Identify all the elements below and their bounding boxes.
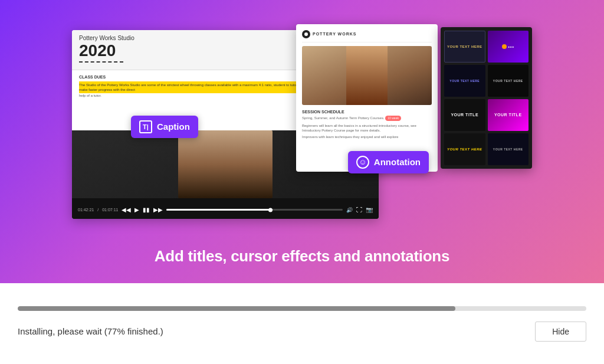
bottom-section: Installing, please wait (77% finished.) …	[0, 283, 604, 364]
schedule-text: Spring, Summer, and Autumn Term Pottery …	[302, 116, 432, 121]
template-item-5: YOUR TITLE	[444, 99, 485, 131]
slide-year: 2020	[79, 42, 134, 59]
fast-forward-button[interactable]: ▶▶	[153, 206, 163, 213]
install-status-text: Installing, please wait (77% finished.)	[18, 326, 163, 336]
rewind-button[interactable]: ◀◀	[122, 206, 131, 213]
install-progress-bar-container	[18, 306, 586, 311]
install-progress-bar-fill	[18, 306, 455, 311]
hide-button[interactable]: Hide	[535, 322, 586, 342]
right-photo-person	[346, 46, 388, 105]
template-item-8: YOUR TEXT HERE	[488, 133, 529, 165]
play-button[interactable]: ▶	[134, 206, 139, 213]
schedule-title: SESSION SCHEDULE	[302, 110, 432, 114]
video-progress-dot	[268, 208, 273, 212]
video-progress-bar[interactable]	[166, 209, 343, 211]
video-controls[interactable]: 01:42:21 / 01:07:11 ◀◀ ▶ ▮▮ ▶▶ 🔊 ⛶ 📷	[72, 198, 379, 219]
camera-button[interactable]: 📷	[366, 206, 373, 213]
caption-icon-symbol: T|	[143, 123, 149, 130]
annotation-smiley-icon: ☺	[356, 156, 369, 169]
caption-text-icon: T|	[139, 120, 152, 133]
fullscreen-button[interactable]: ⛶	[356, 206, 362, 213]
improvers-text: Improvers with learn techniques they enj…	[302, 135, 432, 139]
template-item-3: YOUR TEXT HERE	[444, 65, 485, 97]
pause-button[interactable]: ▮▮	[143, 206, 150, 213]
volume-icon[interactable]: 🔊	[346, 207, 353, 213]
time-total: 01:07:11	[102, 208, 118, 212]
preview-container: Pottery Works Studio 2020 CLASS DUES The…	[72, 24, 532, 237]
pottery-logo-text: POTTERY WORKS	[313, 32, 356, 36]
time-separator: /	[97, 208, 99, 212]
right-panel: POTTERY WORKS SESSION SCHEDULE Spring, S…	[296, 24, 438, 172]
template-item-7: Your Text Here	[444, 133, 485, 165]
video-person-figure	[178, 130, 273, 198]
annotation-label: Annotation	[374, 157, 421, 167]
caption-label: Caption	[157, 122, 190, 132]
template-item-1: YOUR TEXT HERE	[444, 31, 485, 63]
template-panel: YOUR TEXT HERE ●●● YOUR TEXT HERE YOUR T…	[441, 27, 532, 169]
right-photo	[302, 46, 432, 105]
video-progress-fill	[166, 209, 272, 211]
caption-tooltip: T| Caption	[131, 116, 198, 138]
template-item-2: ●●●	[488, 31, 529, 63]
template-item-6: YOUR TITLE	[488, 99, 529, 131]
tmpl-2-dot	[502, 44, 507, 49]
slide-studio-name: Pottery Works Studio	[79, 35, 134, 41]
template-item-4: YOUR TEXT HERE	[488, 65, 529, 97]
schedule-badge: 10 week	[385, 116, 401, 121]
top-section: Pottery Works Studio 2020 CLASS DUES The…	[0, 0, 604, 283]
right-logo-row: POTTERY WORKS	[302, 30, 432, 42]
pottery-logo-icon	[302, 30, 310, 38]
annotation-tooltip: ☺ Annotation	[348, 151, 429, 173]
time-current: 01:42:21	[78, 208, 94, 212]
beginners-text: Beginners will learn all the basics in a…	[302, 123, 432, 133]
main-heading: Add titles, cursor effects and annotatio…	[155, 247, 449, 265]
slide-dotted-line	[79, 61, 123, 63]
install-status-row: Installing, please wait (77% finished.) …	[18, 322, 586, 342]
